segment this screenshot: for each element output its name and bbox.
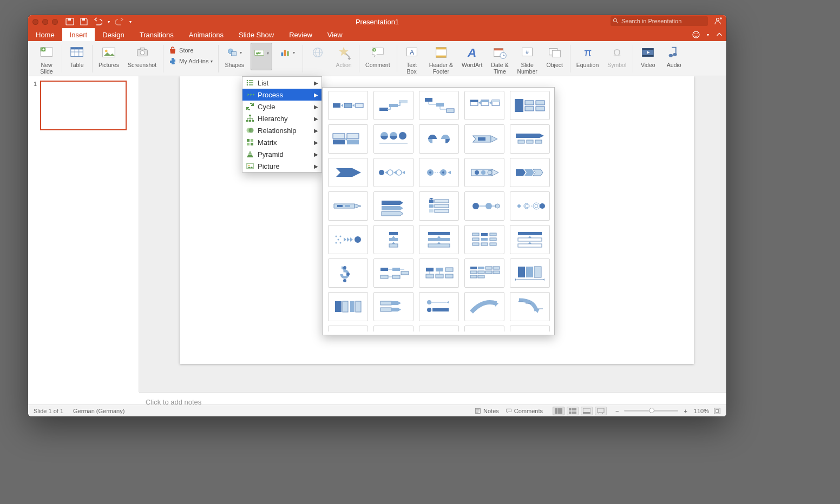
smartart-item[interactable] [419,191,459,221]
smartart-category-picture[interactable]: Picture▶ [242,160,321,172]
smartart-category-matrix[interactable]: Matrix▶ [242,136,321,148]
smartart-category-pyramid[interactable]: Pyramid▶ [242,148,321,160]
tab-review[interactable]: Review [281,28,320,41]
zoom-slider-knob[interactable] [649,408,654,413]
smartart-item[interactable] [510,158,550,187]
table-button[interactable]: Table [66,43,88,69]
smartart-item[interactable] [510,124,550,154]
zoom-icon[interactable] [52,19,58,25]
comments-button[interactable]: Comments [502,408,546,414]
sorter-view-button[interactable] [567,407,579,415]
tab-insert[interactable]: Insert [62,28,95,41]
tab-view[interactable]: View [320,28,350,41]
video-button[interactable]: Video [637,43,659,69]
smartart-item[interactable] [328,258,368,288]
smartart-category-relationship[interactable]: Relationship▶ [242,124,321,136]
smartart-item[interactable] [419,158,459,187]
smartart-item[interactable] [373,191,414,221]
smartart-item[interactable] [328,158,368,187]
chart-button[interactable]: ▾ . [277,43,298,69]
my-addins-button[interactable]: My Add-ins ▾ [167,56,214,67]
smartart-item[interactable] [464,258,504,288]
pictures-button[interactable]: Pictures [96,43,121,69]
tab-transitions[interactable]: Transitions [132,28,181,41]
slideshow-view-button[interactable] [595,407,607,415]
feedback-icon[interactable] [692,30,700,39]
zoom-slider[interactable] [624,410,678,412]
text-box-button[interactable]: A Text Box [401,43,423,76]
smartart-item[interactable] [464,91,504,120]
normal-view-button[interactable] [553,407,565,415]
collapse-ribbon-icon[interactable] [716,31,723,38]
smartart-item[interactable] [464,191,504,221]
zoom-level[interactable]: 110% [694,408,709,414]
slide-thumbnails-panel[interactable]: 1 [28,76,139,392]
smartart-item[interactable] [419,91,459,120]
smartart-category-list[interactable]: List▶ [242,77,321,89]
slide-thumbnail-preview[interactable] [40,81,127,130]
smartart-button[interactable]: ▾ . [251,43,272,70]
date-time-button[interactable]: Date & Time [489,43,510,76]
smartart-item[interactable] [464,124,504,154]
smartart-item[interactable] [464,292,504,321]
tab-slideshow[interactable]: Slide Show [231,28,281,41]
autosave-icon[interactable] [65,17,74,26]
equation-button[interactable]: π Equation [574,43,601,69]
tab-animations[interactable]: Animations [181,28,231,41]
undo-icon[interactable] [94,17,102,26]
smartart-item[interactable] [328,191,368,221]
smartart-item[interactable]: + [419,326,459,331]
smartart-item[interactable] [510,258,550,288]
smartart-item[interactable] [373,91,414,120]
smartart-item[interactable] [510,326,550,331]
smartart-item[interactable] [373,292,414,321]
smartart-item[interactable] [373,158,414,187]
smartart-category-process[interactable]: Process▶ [242,89,321,101]
smartart-item[interactable] [419,124,459,154]
close-icon[interactable] [32,19,38,25]
smartart-item[interactable] [510,91,550,120]
object-button[interactable]: Object [544,43,566,69]
smartart-item[interactable] [328,326,368,331]
slide-number-button[interactable]: # Slide Number [515,43,539,76]
zoom-in-button[interactable]: + [681,408,689,414]
smartart-item[interactable] [328,292,368,321]
audio-button[interactable]: Audio [663,43,685,69]
smartart-gallery-grid[interactable]: ›› ++ + [328,91,554,331]
smartart-item[interactable]: ›› [510,191,550,221]
smartart-item[interactable] [419,225,459,254]
smartart-item[interactable] [373,258,414,288]
reading-view-button[interactable] [581,407,593,415]
minimize-icon[interactable] [42,19,48,25]
search-input[interactable]: Search in Presentation [611,16,708,26]
smartart-item[interactable] [328,225,368,254]
save-icon[interactable] [80,17,88,26]
language-indicator[interactable]: German (Germany) [73,408,124,414]
screenshot-button[interactable]: Screenshot [126,43,159,69]
smartart-item[interactable] [419,292,459,321]
smartart-item[interactable]: ++ [373,326,414,331]
zoom-out-button[interactable]: − [613,408,621,414]
smartart-item[interactable] [419,258,459,288]
smartart-item[interactable] [373,124,414,154]
smartart-item[interactable] [328,91,368,120]
smartart-item[interactable] [373,225,414,254]
smartart-item[interactable] [510,225,550,254]
smartart-item[interactable] [464,326,504,331]
window-controls[interactable] [32,19,58,25]
smartart-item[interactable] [464,158,504,187]
smartart-item[interactable] [510,292,550,321]
notes-button[interactable]: Notes [471,408,502,414]
smartart-item[interactable] [328,124,368,154]
smartart-item[interactable] [464,225,504,254]
share-icon[interactable] [713,17,722,25]
shapes-button[interactable]: ▾ Shapes [222,43,246,69]
tab-design[interactable]: Design [95,28,132,41]
header-footer-button[interactable]: Header & Footer [427,43,455,76]
smartart-category-hierarchy[interactable]: Hierarchy▶ [242,112,321,124]
comment-button[interactable]: Comment [363,43,392,69]
fit-to-window-icon[interactable] [713,407,721,415]
new-slide-button[interactable]: New Slide [36,43,57,76]
wordart-button[interactable]: A WordArt [460,43,484,69]
smartart-category-cycle[interactable]: Cycle▶ [242,101,321,112]
